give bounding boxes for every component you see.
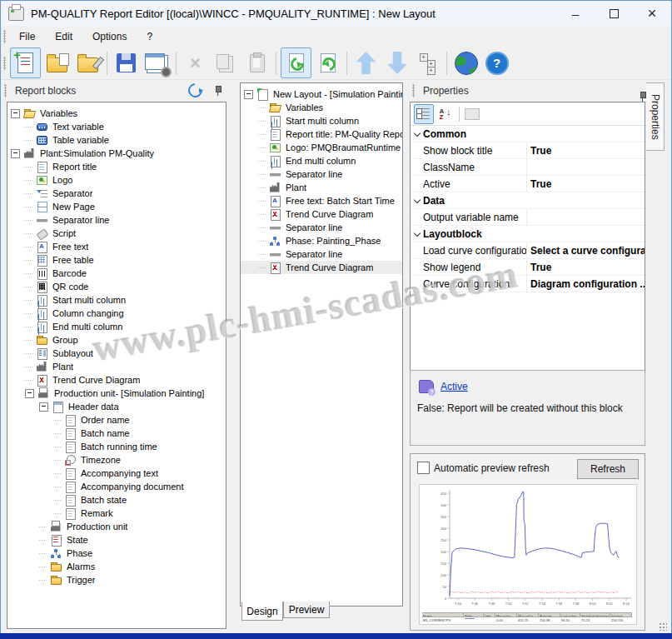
property-row[interactable]: ActiveTrue [411, 176, 645, 192]
expander-minus-icon[interactable] [244, 90, 253, 99]
copy-button[interactable] [212, 48, 241, 77]
tree-item[interactable]: Trigger [7, 573, 226, 587]
open-report-button[interactable] [42, 48, 72, 77]
close-button[interactable]: × [633, 1, 671, 26]
property-category-row[interactable]: Common [411, 126, 645, 142]
tree-item[interactable]: Header data [7, 400, 226, 413]
open-edit-button[interactable] [73, 48, 102, 77]
tree-item[interactable]: Script [7, 227, 226, 240]
categorized-button[interactable] [414, 104, 434, 124]
tree-item[interactable]: Report title: PM-Quality Report [241, 127, 402, 141]
tree-item[interactable]: Trend Curve Diagram [241, 207, 402, 221]
tree-item[interactable]: Free text [7, 240, 226, 253]
menu-help[interactable]: ? [137, 27, 162, 46]
tree-item[interactable]: Variables [241, 101, 402, 114]
property-value[interactable]: True [527, 142, 645, 158]
property-row[interactable]: ClassName [411, 159, 645, 176]
expander-minus-icon[interactable] [11, 109, 20, 118]
save-button[interactable] [112, 48, 141, 77]
tree-item[interactable]: Start multi column [241, 114, 402, 127]
tree-item[interactable]: Barcode [7, 267, 226, 280]
tree-item[interactable]: End multi column [7, 320, 226, 333]
language-button[interactable] [451, 48, 480, 77]
property-value[interactable] [527, 159, 645, 175]
property-value[interactable]: Select a curve configuration [527, 242, 645, 258]
refresh-button[interactable]: Refresh [577, 459, 639, 479]
tree-item[interactable]: Order name [7, 413, 226, 427]
tree-item[interactable]: Separator line [7, 213, 226, 227]
property-row[interactable]: Curve configurationDiagram configuration… [411, 276, 645, 292]
tree-item[interactable]: Alarms [7, 560, 226, 573]
layout-settings-button[interactable] [142, 48, 172, 77]
tree-item[interactable]: Batch running time [7, 440, 226, 453]
tree-item[interactable]: Text variable [7, 120, 226, 133]
resize-grip[interactable] [659, 622, 667, 631]
tree-item[interactable]: Timezone [7, 453, 226, 467]
tree-item[interactable]: New Layout - [Simulation Painting] [241, 87, 402, 101]
refresh-tree-icon[interactable] [186, 81, 206, 101]
property-value[interactable]: True [527, 259, 645, 275]
expander-minus-icon[interactable] [25, 389, 34, 398]
tree-item[interactable]: Logo [7, 173, 226, 187]
property-value[interactable]: True [527, 176, 645, 192]
tree-item[interactable]: Batch name [7, 427, 226, 440]
property-value[interactable]: Diagram configuration ... [527, 276, 645, 292]
tree-item[interactable]: Production unit [7, 520, 226, 533]
property-row[interactable]: Output variable name [411, 209, 645, 226]
refresh-report-button[interactable] [281, 47, 311, 78]
tree-item[interactable]: Production unit- [Simulation Painting] [7, 387, 226, 400]
tree-item[interactable]: Logo: PMQBraumatRuntime [241, 141, 402, 154]
tree-item[interactable]: End multi column [241, 154, 402, 167]
property-pages-button[interactable] [463, 105, 481, 123]
tree-item[interactable]: Free text: Batch Start Time [241, 194, 402, 207]
menu-edit[interactable]: Edit [45, 27, 82, 46]
active-property-link[interactable]: Active [441, 381, 468, 392]
tree-item[interactable]: New Page [7, 200, 226, 213]
tree-item[interactable]: Sublayout [7, 347, 226, 360]
refresh-layout-button[interactable] [313, 48, 342, 77]
tab-preview[interactable]: Preview [283, 602, 330, 618]
tree-item[interactable]: Accompanying text [7, 467, 226, 480]
tree-item[interactable]: Variables [7, 107, 226, 120]
property-row[interactable]: Show legendTrue [411, 259, 645, 276]
new-report-button[interactable]: + [10, 47, 41, 78]
tree-item[interactable]: Plant:Simulation PM-Quality [7, 147, 226, 160]
menu-options[interactable]: Options [82, 27, 137, 46]
properties-side-tab[interactable]: Properties [646, 82, 665, 151]
property-row[interactable]: Load curve configurationSelect a curve c… [411, 242, 645, 259]
tree-item[interactable]: Report title [7, 160, 226, 173]
expand-tree-button[interactable]: +++ [413, 48, 442, 77]
property-category-row[interactable]: Data [411, 192, 645, 209]
pin-icon[interactable] [212, 85, 223, 96]
tree-item[interactable]: Separator line [241, 221, 402, 234]
tree-item[interactable]: Separator [7, 187, 226, 200]
tree-item[interactable]: Start multi column [7, 293, 226, 307]
menu-file[interactable]: File [9, 27, 45, 46]
delete-button[interactable]: × [181, 48, 210, 77]
tree-item[interactable]: Remark [7, 507, 226, 520]
tree-item[interactable]: QR code [7, 280, 226, 293]
property-value[interactable] [527, 209, 645, 225]
tree-item[interactable]: Phase: Painting_Phase [241, 234, 402, 247]
tree-item[interactable]: Trend Curve Diagram [241, 261, 402, 274]
tree-item[interactable]: Batch state [7, 493, 226, 507]
property-row[interactable]: Show block titleTrue [411, 142, 645, 159]
alphabetical-button[interactable]: AZ [436, 105, 454, 123]
tab-design[interactable]: Design [241, 602, 283, 621]
tree-item[interactable]: Plant [241, 181, 402, 194]
tree-item[interactable]: Table variable [7, 133, 226, 147]
property-category-row[interactable]: Layoutblock [411, 226, 645, 242]
expander-minus-icon[interactable] [39, 402, 48, 412]
help-button[interactable]: ? [482, 48, 511, 77]
move-up-button[interactable] [351, 48, 381, 77]
tree-item[interactable]: Trend Curve Diagram [7, 373, 226, 387]
tree-item[interactable]: Column changing [7, 307, 226, 320]
tree-item[interactable]: Separator line [241, 247, 402, 261]
tree-item[interactable]: Accompanying document [7, 480, 226, 493]
tree-item[interactable]: State [7, 533, 226, 547]
maximize-button[interactable] [595, 1, 633, 26]
auto-refresh-checkbox[interactable] [417, 462, 430, 474]
tree-item[interactable]: Group [7, 333, 226, 347]
tree-item[interactable]: Phase [7, 547, 226, 560]
paste-button[interactable] [242, 48, 271, 77]
